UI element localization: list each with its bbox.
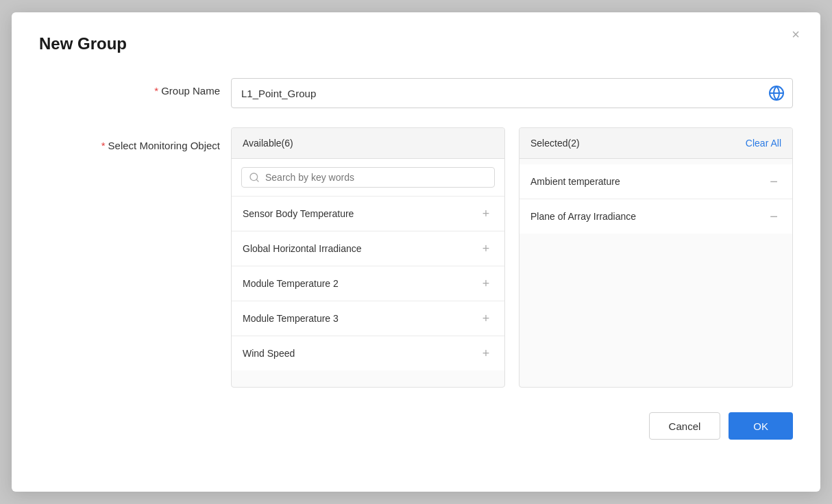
ok-button[interactable]: OK [729, 412, 793, 440]
monitoring-required-asterisk: * [101, 140, 106, 151]
globe-icon[interactable] [768, 85, 785, 101]
list-item[interactable]: Module Temperature 3 + [232, 301, 504, 336]
svg-line-2 [256, 179, 258, 181]
selected-panel-header: Selected(2) Clear All [519, 128, 792, 159]
monitoring-panels: Available(6) Sensor Body [231, 127, 793, 388]
add-button[interactable]: + [478, 311, 493, 326]
list-item[interactable]: Global Horizontal Irradiance + [232, 231, 504, 266]
add-button[interactable]: + [478, 241, 493, 256]
item-name: Wind Speed [243, 348, 295, 359]
add-button[interactable]: + [478, 346, 493, 361]
available-list: Sensor Body Temperature + Global Horizon… [232, 197, 504, 370]
search-input-wrapper [241, 167, 495, 188]
close-button[interactable]: × [787, 26, 804, 42]
selected-panel-title: Selected(2) [530, 138, 580, 149]
search-icon [249, 172, 260, 183]
clear-all-button[interactable]: Clear All [746, 138, 781, 149]
selected-list: Ambient temperature − Plane of Array Irr… [519, 159, 792, 239]
item-name: Global Horizontal Irradiance [243, 243, 362, 254]
add-button[interactable]: + [478, 206, 493, 221]
new-group-dialog: × New Group * Group Name [12, 12, 820, 492]
selected-item: Plane of Array Irradiance − [519, 199, 792, 234]
item-name: Module Temperature 2 [243, 278, 339, 289]
group-name-content [231, 78, 793, 108]
monitoring-row: * Select Monitoring Object Available(6) [39, 127, 793, 388]
group-name-row: * Group Name [39, 78, 793, 108]
search-box [232, 159, 504, 197]
monitoring-label: * Select Monitoring Object [39, 127, 231, 151]
list-item[interactable]: Module Temperature 2 + [232, 266, 504, 301]
add-button[interactable]: + [478, 276, 493, 291]
item-name: Module Temperature 3 [243, 313, 339, 324]
available-panel-title: Available(6) [243, 138, 293, 149]
cancel-button[interactable]: Cancel [649, 412, 721, 440]
dialog-footer: Cancel OK [39, 412, 793, 440]
available-panel-header: Available(6) [232, 128, 504, 159]
list-item[interactable]: Sensor Body Temperature + [232, 197, 504, 231]
search-input[interactable] [265, 172, 487, 183]
available-panel: Available(6) Sensor Body [231, 127, 505, 388]
group-name-input[interactable] [231, 78, 793, 108]
dialog-title: New Group [39, 34, 793, 53]
remove-button[interactable]: − [766, 174, 781, 189]
selected-item-name: Plane of Array Irradiance [530, 211, 636, 222]
remove-button[interactable]: − [766, 209, 781, 224]
group-name-input-wrapper [231, 78, 793, 108]
dialog-overlay: × New Group * Group Name [0, 0, 832, 504]
selected-panel: Selected(2) Clear All Ambient temperatur… [519, 127, 793, 388]
required-asterisk: * [154, 85, 158, 97]
item-name: Sensor Body Temperature [243, 208, 354, 219]
list-item[interactable]: Wind Speed + [232, 336, 504, 370]
close-icon: × [792, 27, 800, 41]
selected-item-name: Ambient temperature [530, 176, 620, 187]
selected-item: Ambient temperature − [519, 164, 792, 199]
group-name-label: * Group Name [39, 78, 231, 97]
